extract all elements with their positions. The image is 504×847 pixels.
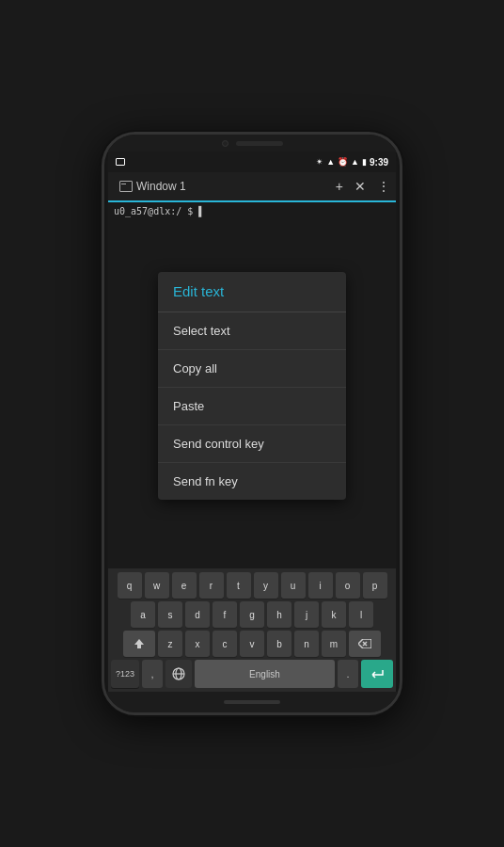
wifi-icon: ▲ [351,157,359,167]
menu-item-send-fn-key[interactable]: Send fn key [158,463,346,500]
keyboard-row-bottom: ?123 , English . [111,660,393,688]
status-right: ✴ ▲ ⏰ ▲ ▮ 9:39 [316,157,388,168]
terminal-icon [119,181,133,192]
menu-header: Edit text [158,272,346,312]
shift-key[interactable] [123,631,155,657]
key-d[interactable]: d [185,601,210,628]
key-n[interactable]: n [294,631,319,657]
key-a[interactable]: a [131,601,155,628]
key-i[interactable]: i [308,572,333,599]
home-bar [224,700,280,704]
key-m[interactable]: m [322,631,346,657]
more-options-button[interactable]: ⋮ [377,179,390,194]
phone-top-notch [104,135,400,152]
key-e[interactable]: e [172,572,197,599]
clock: 9:39 [370,157,388,168]
menu-item-select-text[interactable]: Select text [158,312,346,350]
key-u[interactable]: u [281,572,306,599]
bluetooth-icon: ✴ [316,157,323,167]
backspace-key[interactable] [349,631,381,657]
key-t[interactable]: t [227,572,251,599]
key-z[interactable]: z [158,631,182,657]
key-f[interactable]: f [213,601,237,628]
titlebar-actions: + ✕ ⋮ [336,179,390,194]
tab-window1[interactable]: Window 1 [114,172,192,200]
space-key[interactable]: English [195,660,335,688]
keyboard: q w e r t y u i o p a s d f g h j k [108,568,396,692]
menu-overlay: Edit text Select text Copy all Paste Sen… [108,202,396,568]
svg-marker-0 [134,639,144,648]
add-tab-button[interactable]: + [336,179,343,194]
terminal-area[interactable]: u0_a57@dlx:/ $ ▌ Edit text Select text C… [108,202,396,568]
key-l[interactable]: l [349,601,373,628]
context-menu: Edit text Select text Copy all Paste Sen… [158,272,346,500]
key-k[interactable]: k [322,601,346,628]
close-tab-button[interactable]: ✕ [354,179,366,194]
phone-speaker [236,141,283,146]
key-y[interactable]: y [254,572,278,599]
tab-label: Window 1 [136,180,186,193]
app-titlebar: Window 1 + ✕ ⋮ [108,172,396,202]
front-camera [222,140,228,147]
key-b[interactable]: b [267,631,291,657]
key-r[interactable]: r [199,572,224,599]
menu-title: Edit text [173,283,224,299]
signal-icon: ▲ [326,157,335,167]
symbols-key[interactable]: ?123 [111,660,139,688]
status-bar: ✴ ▲ ⏰ ▲ ▮ 9:39 [108,152,396,172]
key-o[interactable]: o [336,572,360,599]
comma-key[interactable]: , [142,660,163,688]
keyboard-row-3: z x c v b n m [111,631,393,657]
period-key[interactable]: . [338,660,358,688]
globe-key[interactable] [165,660,192,688]
key-x[interactable]: x [185,631,210,657]
key-h[interactable]: h [267,601,291,628]
key-w[interactable]: w [145,572,169,599]
key-q[interactable]: q [118,572,142,599]
phone-frame: ✴ ▲ ⏰ ▲ ▮ 9:39 Window 1 + ✕ ⋮ [102,132,402,715]
key-s[interactable]: s [158,601,182,628]
key-c[interactable]: c [213,631,237,657]
battery-icon: ▮ [362,157,367,167]
status-left [116,158,125,166]
screen-icon [116,158,125,166]
menu-item-copy-all[interactable]: Copy all [158,350,346,388]
keyboard-row-1: q w e r t y u i o p [111,572,393,599]
menu-item-send-control-key[interactable]: Send control key [158,425,346,463]
phone-screen: ✴ ▲ ⏰ ▲ ▮ 9:39 Window 1 + ✕ ⋮ [108,152,396,692]
enter-key[interactable] [361,660,393,688]
keyboard-row-2: a s d f g h j k l [111,601,393,628]
key-v[interactable]: v [240,631,264,657]
phone-bottom-bar [104,692,400,712]
key-p[interactable]: p [363,572,387,599]
alarm-icon: ⏰ [338,157,348,167]
menu-item-paste[interactable]: Paste [158,388,346,425]
key-j[interactable]: j [294,601,319,628]
key-g[interactable]: g [240,601,264,628]
